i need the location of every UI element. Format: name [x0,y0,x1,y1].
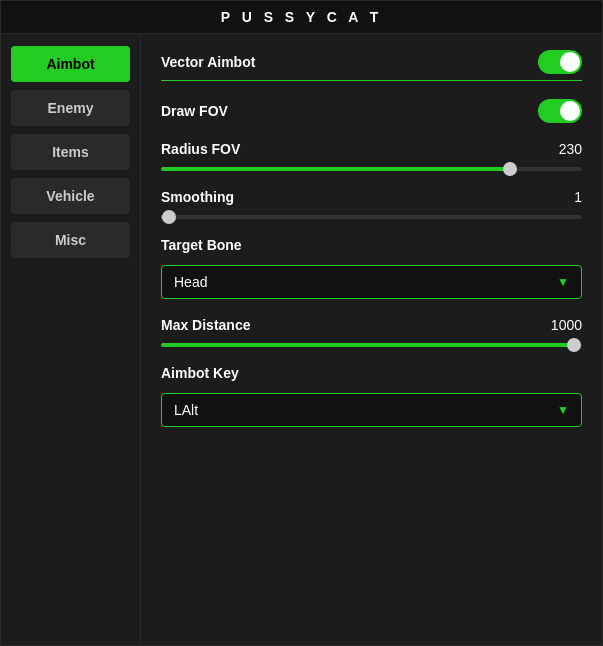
sidebar-item-vehicle[interactable]: Vehicle [11,178,130,214]
app-title: P U S S Y C A T [221,9,383,25]
toggle-knob [560,52,580,72]
max-distance-thumb[interactable] [567,338,581,352]
smoothing-row: Smoothing 1 [161,189,582,219]
main-content: Aimbot Enemy Items Vehicle Misc Vector A… [1,34,602,645]
radius-fov-row: Radius FOV 230 [161,141,582,171]
radius-fov-fill [161,167,510,171]
target-bone-label: Target Bone [161,237,582,253]
vector-aimbot-label: Vector Aimbot [161,54,255,70]
draw-fov-toggle[interactable] [538,99,582,123]
sidebar: Aimbot Enemy Items Vehicle Misc [1,34,141,645]
max-distance-slider[interactable] [161,343,582,347]
app-container: P U S S Y C A T Aimbot Enemy Items Vehic… [0,0,603,646]
target-bone-row: Target Bone Head ▼ [161,237,582,299]
sidebar-item-enemy[interactable]: Enemy [11,90,130,126]
smoothing-value: 1 [574,189,582,205]
max-distance-label: Max Distance [161,317,250,333]
aimbot-key-selected: LAlt [174,402,198,418]
sidebar-item-items[interactable]: Items [11,134,130,170]
dropdown-arrow-icon-2: ▼ [557,403,569,417]
sidebar-item-misc[interactable]: Misc [11,222,130,258]
toggle-knob-2 [560,101,580,121]
vector-aimbot-row: Vector Aimbot [161,50,582,81]
vector-aimbot-toggle[interactable] [538,50,582,74]
sidebar-item-aimbot[interactable]: Aimbot [11,46,130,82]
smoothing-label: Smoothing [161,189,234,205]
aimbot-key-label: Aimbot Key [161,365,582,381]
divider-1 [161,80,582,81]
target-bone-dropdown[interactable]: Head ▼ [161,265,582,299]
max-distance-row: Max Distance 1000 [161,317,582,347]
radius-fov-value: 230 [559,141,582,157]
title-bar: P U S S Y C A T [1,1,602,34]
dropdown-arrow-icon: ▼ [557,275,569,289]
content-panel: Vector Aimbot Draw FOV [141,34,602,645]
target-bone-selected: Head [174,274,207,290]
aimbot-key-row: Aimbot Key LAlt ▼ [161,365,582,427]
radius-fov-thumb[interactable] [503,162,517,176]
aimbot-key-dropdown[interactable]: LAlt ▼ [161,393,582,427]
max-distance-value: 1000 [551,317,582,333]
smoothing-thumb[interactable] [162,210,176,224]
radius-fov-slider[interactable] [161,167,582,171]
draw-fov-label: Draw FOV [161,103,228,119]
draw-fov-row: Draw FOV [161,99,582,123]
max-distance-fill [161,343,574,347]
smoothing-slider[interactable] [161,215,582,219]
radius-fov-label: Radius FOV [161,141,240,157]
